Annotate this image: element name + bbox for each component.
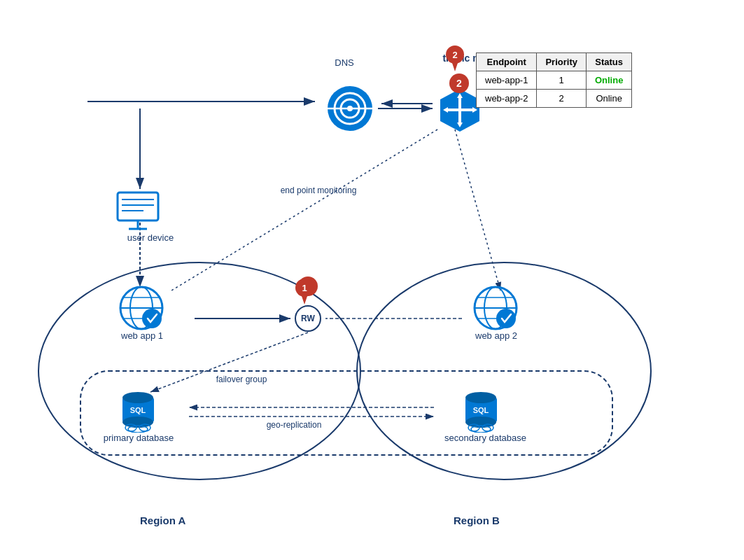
failover-group-label: failover group	[189, 374, 294, 384]
geo-replication-label: geo-replication	[238, 420, 350, 430]
rw-circle: RW	[295, 305, 321, 332]
priority-1: 1	[537, 71, 587, 90]
endpoint-1: web-app-1	[477, 71, 537, 90]
user-device-icon	[106, 188, 169, 237]
svg-text:2: 2	[452, 50, 457, 60]
svg-text:SQL: SQL	[473, 406, 489, 414]
web-app-1-label: web app 1	[111, 330, 174, 341]
region-a-label: Region A	[140, 514, 185, 526]
user-device-label: user device	[119, 232, 182, 243]
svg-rect-30	[118, 192, 158, 220]
priority-2: 2	[537, 90, 587, 108]
primary-database-label: primary database	[97, 433, 181, 443]
svg-marker-50	[301, 294, 308, 304]
svg-point-55	[122, 392, 153, 403]
traffic-manager-table: Endpoint Priority Status web-app-1 1 Onl…	[476, 52, 632, 108]
svg-text:1: 1	[302, 283, 307, 293]
status-2: Online	[586, 90, 631, 108]
primary-sql-icon: SQL	[111, 384, 167, 436]
dns-icon	[322, 80, 378, 136]
region-b-label: Region B	[454, 514, 500, 526]
svg-line-11	[171, 130, 437, 290]
endpoint-monitoring-label: end point monitoring	[252, 186, 385, 195]
table-header-status: Status	[586, 53, 631, 71]
table-row: web-app-2 2 Online	[477, 90, 632, 108]
web-app-2-label: web app 2	[465, 330, 528, 341]
endpoint-2: web-app-2	[477, 90, 537, 108]
svg-point-41	[142, 309, 162, 328]
table-header-endpoint: Endpoint	[477, 53, 537, 71]
table-header-priority: Priority	[537, 53, 587, 71]
web-app-1-icon	[113, 280, 169, 336]
svg-text:SQL: SQL	[130, 406, 146, 414]
table-row: web-app-1 1 Online	[477, 71, 632, 90]
status-1: Online	[586, 71, 631, 90]
dns-label: DNS	[316, 57, 372, 68]
secondary-sql-icon: SQL	[454, 384, 510, 436]
svg-point-62	[465, 392, 496, 403]
svg-point-47	[496, 309, 516, 328]
secondary-database-label: secondary database	[438, 433, 533, 443]
svg-marker-53	[451, 61, 458, 71]
web-app-2-icon	[468, 280, 524, 336]
diagram: DNS 2 traffic manager	[0, 0, 744, 560]
